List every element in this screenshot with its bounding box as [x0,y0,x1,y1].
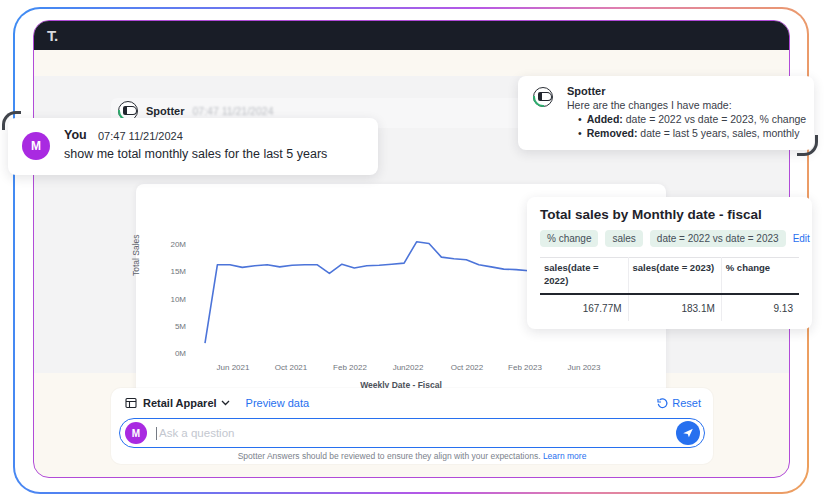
user-name: You [64,128,87,142]
learn-more-link[interactable]: Learn more [543,451,586,461]
changes-intro: Here are the changes I have made: [567,99,732,111]
spotter-changes-card: Spotter Here are the changes I have made… [518,76,814,150]
user-message-text: show me total monthly sales for the last… [64,147,327,161]
chip-date-compare[interactable]: date = 2022 vs date = 2023 [650,230,786,247]
top-bar: T. [34,21,789,50]
composer-panel: Retail Apparel Preview data Reset M Ask … [111,388,713,464]
y-tick-label: 10M [156,295,186,304]
y-axis-label: Total Sales [131,234,141,276]
spotter-timestamp: 07:47 11/21/2024 [193,105,274,117]
y-tick-label: 20M [156,240,186,249]
input-placeholder: Ask a question [159,427,676,439]
x-tick-label: Feb 2023 [508,363,542,372]
x-tick-label: Feb 2022 [333,363,367,372]
x-tick-label: Jun2022 [393,363,424,372]
result-table: sales(date = 2022) sales(date = 2023) % … [540,257,799,321]
reset-icon [657,398,668,409]
send-button[interactable] [676,421,700,445]
disclaimer-text: Spotter Answers should be reviewed to en… [111,451,713,461]
text-caret [156,427,157,440]
result-title: Total sales by Monthly date - fiscal [540,207,799,222]
y-tick-label: 5M [156,322,186,331]
user-message-card: M You 07:47 11/21/2024 show me total mon… [8,118,378,175]
removed-change-item: Removed: date = last 5 years, sales, mon… [578,127,806,139]
chip-sales[interactable]: sales [605,230,642,247]
ask-question-input[interactable]: M Ask a question [119,418,705,448]
y-tick-label: 0M [156,349,186,358]
chip-percent-change[interactable]: % change [540,230,598,247]
spotter-name: Spotter [146,105,185,117]
result-summary-card: Total sales by Monthly date - fiscal % c… [527,197,812,329]
cell-percent-change: 9.13 [721,294,799,321]
table-row: 167.77M 183.1M 9.13 [540,294,799,321]
preview-data-link[interactable]: Preview data [246,397,310,409]
edit-link[interactable]: Edit [793,233,810,244]
reset-button[interactable]: Reset [657,397,701,409]
col-sales-2022: sales(date = 2022) [540,258,628,294]
spotter-avatar-icon [533,87,553,107]
cell-sales-2022: 167.77M [540,294,628,321]
screenshot-stage: T. Spotter 07:47 11/21/2024 Total Sales … [0,0,826,503]
x-tick-label: Jun 2021 [217,363,250,372]
user-avatar: M [22,132,50,160]
x-tick-label: Jun 2023 [568,363,601,372]
user-avatar: M [125,422,147,444]
chevron-down-icon[interactable] [221,400,230,406]
datasource-table-icon [125,397,137,409]
added-change-item: Added: date = 2022 vs date = 2023, % cha… [578,113,806,125]
changes-list: Added: date = 2022 vs date = 2023, % cha… [578,113,806,141]
paper-plane-icon [682,427,694,439]
x-tick-label: Oct 2021 [275,363,307,372]
x-tick-label: Oct 2022 [451,363,483,372]
composer-header-row: Retail Apparel Preview data Reset [125,395,701,411]
col-percent-change: % change [721,258,799,294]
y-tick-label: 15M [156,267,186,276]
query-token-chips: % change sales date = 2022 vs date = 202… [540,230,799,247]
table-header-row: sales(date = 2022) sales(date = 2023) % … [540,258,799,294]
spotter-name: Spotter [567,85,606,97]
col-sales-2023: sales(date = 2023) [628,258,721,294]
thoughtspot-logo: T. [47,27,58,44]
cell-sales-2023: 183.1M [628,294,721,321]
datasource-selector[interactable]: Retail Apparel [143,397,217,409]
message-timestamp: 07:47 11/21/2024 [98,130,183,142]
